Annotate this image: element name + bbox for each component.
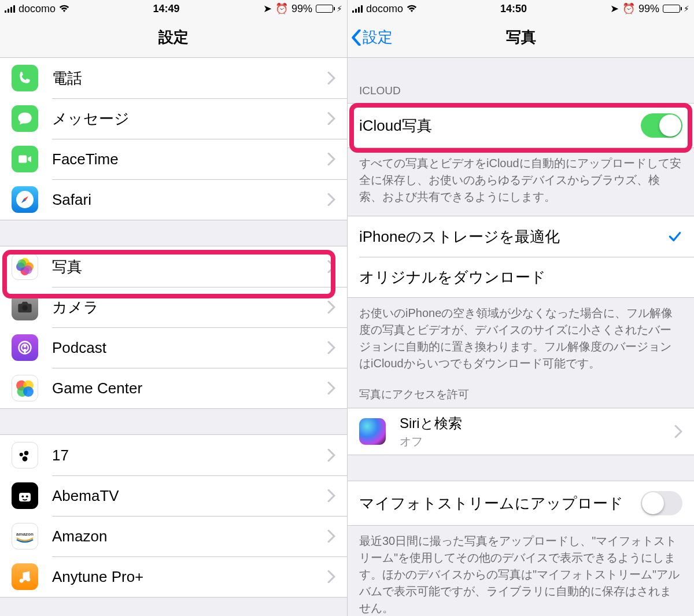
facetime-icon (12, 146, 38, 172)
photo-stream-toggle[interactable] (641, 491, 682, 515)
row-label: Safari (52, 191, 327, 209)
settings-pane: docomo 14:49 ➤ ⏰ 99% ⚡︎ 設定 電話 メッセージ (0, 0, 347, 616)
settings-row-phone[interactable]: 電話 (0, 58, 347, 98)
svg-point-16 (24, 451, 29, 456)
svg-text:amazon: amazon (16, 532, 34, 537)
row-label: iPhoneのストレージを最適化 (359, 227, 667, 247)
svg-point-18 (23, 456, 28, 462)
location-icon: ➤ (610, 2, 619, 15)
row-label: 電話 (52, 68, 327, 88)
section-header-icloud: ICLOUD (348, 58, 694, 103)
settings-row-facetime[interactable]: FaceTime (0, 139, 347, 179)
status-bar: docomo 14:50 ➤ ⏰ 99% ⚡︎ (348, 0, 694, 17)
row-label: Podcast (52, 339, 327, 357)
signal-icon (352, 5, 363, 13)
camera-icon (12, 294, 38, 320)
chevron-right-icon (327, 153, 335, 165)
back-button[interactable]: 設定 (351, 27, 393, 47)
photostream-footer: 最近30日間に撮った写真をアップロードし、"マイフォトストリーム"を使用してその… (348, 526, 694, 616)
page-title: 写真 (506, 27, 536, 47)
chevron-right-icon (327, 530, 335, 543)
row-label: カメラ (52, 297, 327, 318)
page-title: 設定 (158, 27, 189, 47)
row-label: メッセージ (52, 109, 327, 129)
chevron-right-icon (327, 382, 335, 394)
settings-row-podcast[interactable]: Podcast (0, 327, 347, 368)
settings-row-abematv[interactable]: AbemaTV (0, 475, 347, 516)
svg-point-21 (26, 495, 28, 497)
svg-point-11 (24, 345, 27, 348)
status-bar: docomo 14:49 ➤ ⏰ 99% ⚡︎ (0, 0, 347, 17)
messages-icon (12, 105, 38, 132)
podcast-icon (12, 334, 38, 361)
carrier-label: docomo (19, 3, 56, 15)
icloud-photos-toggle[interactable] (641, 113, 682, 138)
chevron-left-icon (351, 29, 361, 46)
settings-row-safari[interactable]: Safari (0, 179, 347, 220)
svg-rect-0 (19, 156, 27, 163)
settings-row-messages[interactable]: メッセージ (0, 98, 347, 139)
chevron-right-icon (674, 425, 682, 438)
row-label: AbemaTV (52, 487, 327, 505)
row-sublabel: オフ (400, 434, 462, 449)
row-photo-stream[interactable]: マイフォトストリームにアップロード (348, 481, 694, 525)
nav-bar: 設定 (0, 17, 347, 58)
row-label: Amazon (52, 528, 327, 545)
svg-point-17 (20, 453, 23, 456)
abematv-icon (12, 482, 38, 509)
row-optimize-storage[interactable]: iPhoneのストレージを最適化 (348, 216, 694, 257)
gamecenter-icon (12, 375, 38, 401)
svg-point-20 (21, 495, 24, 497)
chevron-right-icon (327, 72, 335, 84)
chevron-right-icon (327, 193, 335, 206)
chevron-right-icon (327, 112, 335, 125)
anytune-icon (12, 563, 38, 590)
svg-point-23 (20, 579, 24, 583)
row-label: iCloud写真 (359, 116, 641, 136)
charging-icon: ⚡︎ (684, 4, 689, 13)
row-label: オリジナルをダウンロード (359, 267, 682, 287)
row-label: 写真 (52, 257, 327, 277)
settings-row-gamecenter[interactable]: Game Center (0, 368, 347, 408)
chevron-right-icon (327, 489, 335, 502)
battery-icon (663, 5, 680, 13)
svg-point-8 (22, 305, 27, 311)
row-label: Siriと検索 (400, 414, 462, 433)
settings-row-anytune[interactable]: Anytune Pro+ (0, 556, 347, 597)
row-siri-search[interactable]: Siriと検索 オフ (348, 408, 694, 455)
row-download-original[interactable]: オリジナルをダウンロード (348, 257, 694, 297)
settings-row-photos[interactable]: 写真 (0, 246, 347, 287)
battery-percent: 99% (638, 3, 659, 15)
seventeen-icon (12, 442, 38, 469)
row-icloud-photos[interactable]: iCloud写真 (348, 104, 694, 147)
safari-icon (12, 186, 38, 213)
photos-settings-pane: docomo 14:50 ➤ ⏰ 99% ⚡︎ 設定 写真 ICLOUD iCl… (347, 0, 694, 616)
svg-point-24 (26, 577, 30, 581)
icloud-footer: すべての写真とビデオをiCloudに自動的にアップロードして安全に保存し、お使い… (348, 148, 694, 216)
settings-row-17[interactable]: 17 (0, 435, 347, 475)
signal-icon (5, 5, 15, 13)
section-header-access: 写真にアクセスを許可 (348, 382, 694, 408)
amazon-icon: amazon (12, 523, 38, 549)
photos-icon (12, 253, 38, 280)
row-label: Game Center (52, 379, 327, 397)
status-time: 14:50 (500, 3, 527, 15)
chevron-right-icon (327, 260, 335, 273)
siri-icon (359, 418, 386, 445)
chevron-right-icon (327, 301, 335, 313)
chevron-right-icon (327, 449, 335, 462)
back-label: 設定 (363, 27, 393, 47)
alarm-icon: ⏰ (622, 2, 635, 15)
settings-row-amazon[interactable]: amazon Amazon (0, 516, 347, 556)
wifi-icon (407, 5, 417, 13)
settings-row-camera[interactable]: カメラ (0, 287, 347, 327)
chevron-right-icon (327, 570, 335, 583)
status-time: 14:49 (153, 3, 179, 15)
row-label: 17 (52, 447, 327, 464)
carrier-label: docomo (366, 3, 403, 15)
row-label: マイフォトストリームにアップロード (359, 493, 641, 514)
battery-percent: 99% (291, 3, 312, 15)
location-icon: ➤ (263, 2, 272, 15)
checkmark-icon (667, 229, 682, 244)
svg-point-7 (24, 265, 32, 274)
